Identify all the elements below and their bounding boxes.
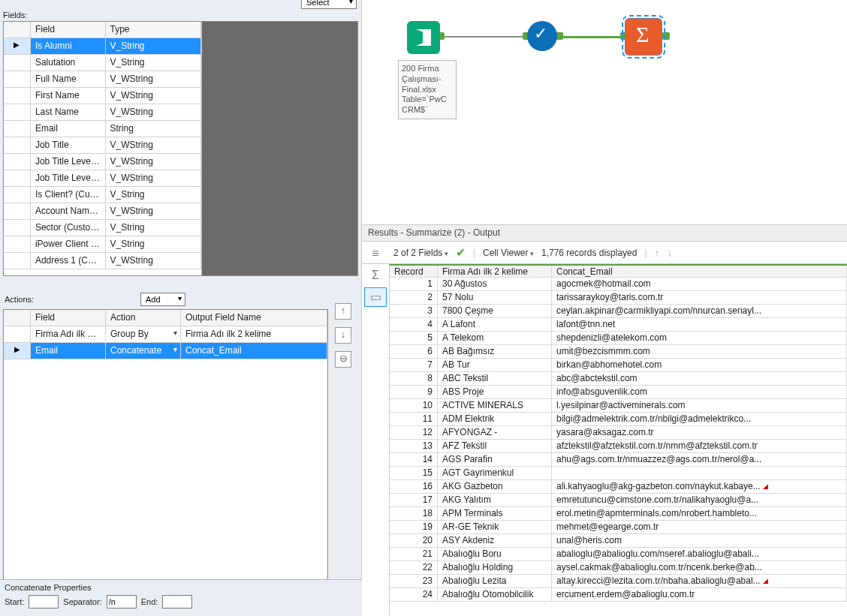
fields-header-type[interactable]: Type xyxy=(106,22,201,38)
result-row[interactable]: 23Abalıoğlu Lezitaaltay.kirecci@lezita.c… xyxy=(390,575,847,588)
result-row[interactable]: 10ACTIVE MINERALSl.yesilpinar@activemine… xyxy=(390,399,847,413)
result-row[interactable]: 24Abalıoğlu Otomobilcilikercument.erdem@… xyxy=(390,588,847,602)
result-row[interactable]: 7AB Turbirkan@abhomehotel.com xyxy=(390,359,847,372)
col-concat-email[interactable]: Concat_Email xyxy=(552,266,847,277)
record-number: 8 xyxy=(390,372,438,385)
remove-button[interactable]: ⊖ xyxy=(335,351,351,368)
nav-up-icon[interactable]: ↑ xyxy=(655,247,660,259)
result-row[interactable]: 12AFYONGAZ -yasara@aksagaz.com.tr xyxy=(390,426,847,440)
result-row[interactable]: 13AFZ Tekstilafztekstil@afztekstil.com.t… xyxy=(390,440,847,453)
field-row[interactable]: SalutationV_String xyxy=(4,55,201,71)
result-row[interactable]: 22Abalıoğlu Holdingaysel.cakmak@abaliogl… xyxy=(390,561,847,575)
action-field[interactable]: Email xyxy=(31,343,106,359)
input-data-tool[interactable] xyxy=(407,21,440,54)
action-type-dropdown[interactable]: Concatenate xyxy=(106,343,181,359)
firma-value: Abalıoğlu Boru xyxy=(438,548,552,560)
field-row[interactable]: Last NameV_WString xyxy=(4,104,201,121)
result-row[interactable]: 9ABS Projeinfo@absguvenlik.com xyxy=(390,386,847,399)
results-table[interactable]: Record Firma Adı ilk 2 kelime Concat_Ema… xyxy=(389,264,847,616)
firma-value: AGT Gayrimenkul xyxy=(438,467,552,479)
result-row[interactable]: 14AGS Parafinahu@ags.com.tr/nmuazzez@ags… xyxy=(390,453,847,467)
result-row[interactable]: 37800 Çeşmeceylan.akpinar@carmikliyapi.c… xyxy=(390,305,847,318)
end-input[interactable] xyxy=(162,595,192,608)
actions-header-action[interactable]: Action xyxy=(106,310,181,326)
record-number: 13 xyxy=(390,440,438,452)
action-output-name[interactable]: Concat_Email xyxy=(181,343,327,359)
firma-value: APM Terminals xyxy=(438,507,552,520)
select-dropdown[interactable]: Select xyxy=(301,0,357,9)
fields-header-field[interactable]: Field xyxy=(31,22,106,38)
action-field[interactable]: Firma Adı ilk 2 k... xyxy=(31,326,106,342)
result-row[interactable]: 15AGT Gayrimenkul xyxy=(390,467,847,480)
actions-header-output[interactable]: Output Field Name xyxy=(181,310,327,326)
concat-email-value: ali.kahyaoglu@akg-gazbeton.com/naykut.ka… xyxy=(552,480,847,493)
move-down-button[interactable]: ↓ xyxy=(335,327,351,344)
start-input[interactable] xyxy=(29,595,59,608)
col-firma[interactable]: Firma Adı ilk 2 kelime xyxy=(438,266,552,277)
result-row[interactable]: 11ADM Elektrikbilgi@admelektrik.com.tr/n… xyxy=(390,413,847,426)
field-row[interactable]: Sector (Custome...V_String xyxy=(4,220,201,236)
field-name: Sector (Custome... xyxy=(31,220,106,236)
action-row[interactable]: ▶EmailConcatenateConcat_Email xyxy=(4,343,327,359)
row-cursor xyxy=(4,236,31,252)
result-row[interactable]: 8ABC Tekstilabc@abctekstil.com xyxy=(390,372,847,386)
result-row[interactable]: 4A Lafontlafont@tnn.net xyxy=(390,318,847,332)
result-row[interactable]: 17AKG Yalıtımemretutuncu@cimstone.com.tr… xyxy=(390,494,847,507)
concat-email-value: ceylan.akpinar@carmikliyapi.com/nnurcan.… xyxy=(552,305,847,317)
summarize-tool-selected[interactable] xyxy=(625,18,662,56)
action-output-name[interactable]: Firma Adı ilk 2 kelime xyxy=(181,326,327,342)
field-row[interactable]: Job Title Level 2V_WString xyxy=(4,170,201,187)
action-type-dropdown[interactable]: Group By xyxy=(106,326,181,342)
firma-value: AB Tur xyxy=(438,359,552,371)
firma-value: AFZ Tekstil xyxy=(438,440,552,452)
field-row[interactable]: Job Title Level 1V_WString xyxy=(4,154,201,170)
field-row[interactable]: Account Name (...V_WString xyxy=(4,203,201,220)
col-record[interactable]: Record xyxy=(390,266,438,277)
row-cursor xyxy=(4,154,31,170)
record-number: 22 xyxy=(390,561,438,574)
row-cursor xyxy=(4,203,31,219)
workflow-canvas[interactable]: 200 Firma Çalışması-Final.xlsx Table=`Pw… xyxy=(362,0,847,225)
field-row[interactable]: Is Client? (Custo...V_String xyxy=(4,187,201,203)
config-panel: Select Fields: Field Type ▶Is AlumniV_St… xyxy=(0,0,362,616)
field-row[interactable]: Full NameV_WString xyxy=(4,71,201,88)
nav-down-icon[interactable]: ↓ xyxy=(668,247,673,259)
firma-value: AGS Parafin xyxy=(438,453,552,466)
separator-input[interactable] xyxy=(107,595,137,608)
fields-count[interactable]: 2 of 2 Fields xyxy=(393,248,448,258)
result-row[interactable]: 5A Telekomshepdenizli@atelekom.com xyxy=(390,332,847,345)
result-row[interactable]: 18APM Terminalserol.metin@apmterminals.c… xyxy=(390,507,847,521)
actions-grid: Field Action Output Field Name Firma Adı… xyxy=(3,309,328,616)
result-row[interactable]: 257 Nolutarissaraykoy@taris.com.tr xyxy=(390,291,847,305)
result-row[interactable]: 6AB Bağımsızumit@bezcismmm.com xyxy=(390,345,847,359)
field-row[interactable]: ▶Is AlumniV_String xyxy=(4,38,201,55)
result-row[interactable]: 130 Ağustosagocmek@hotmail.com xyxy=(390,278,847,291)
select-tool[interactable] xyxy=(527,21,557,51)
summary-view-icon[interactable]: Σ xyxy=(364,266,387,285)
workflow-results-panel: 200 Firma Çalışması-Final.xlsx Table=`Pw… xyxy=(362,0,847,616)
concat-email-value: emretutuncu@cimstone.com.tr/nalikahyaogl… xyxy=(552,494,847,506)
field-row[interactable]: iPower Client C...V_String xyxy=(4,236,201,253)
result-row[interactable]: 21Abalıoğlu Boruabalioglu@abalioglu.com/… xyxy=(390,548,847,561)
firma-value: ACTIVE MINERALS xyxy=(438,399,552,412)
actions-header-field[interactable]: Field xyxy=(31,310,106,326)
field-row[interactable]: Address 1 (Cust...V_WString xyxy=(4,253,201,269)
add-action-dropdown[interactable]: Add xyxy=(140,293,185,306)
cell-viewer-dropdown[interactable]: Cell Viewer xyxy=(483,248,534,258)
field-row[interactable]: Job TitleV_WString xyxy=(4,137,201,154)
record-number: 24 xyxy=(390,588,438,601)
move-up-button[interactable]: ↑ xyxy=(335,303,351,320)
action-row[interactable]: Firma Adı ilk 2 k...Group ByFirma Adı il… xyxy=(4,326,327,343)
data-view-icon[interactable]: ▭ xyxy=(364,287,387,307)
result-row[interactable]: 19AR-GE Teknikmehmet@egearge.com.tr xyxy=(390,521,847,534)
row-cursor xyxy=(4,137,31,153)
field-row[interactable]: First NameV_WString xyxy=(4,88,201,104)
record-number: 19 xyxy=(390,521,438,533)
messages-view-icon[interactable]: ≡ xyxy=(364,244,387,263)
result-row[interactable]: 16AKG Gazbetonali.kahyaoglu@akg-gazbeton… xyxy=(390,480,847,494)
records-count: 1,776 records displayed xyxy=(541,248,637,258)
apply-icon[interactable]: ✔ xyxy=(456,245,466,260)
result-row[interactable]: 20ASY Akdenizunal@heris.com xyxy=(390,534,847,548)
concat-email-value: ahu@ags.com.tr/nmuazzez@ags.com.tr/nerol… xyxy=(552,453,847,466)
field-row[interactable]: EmailString xyxy=(4,121,201,137)
